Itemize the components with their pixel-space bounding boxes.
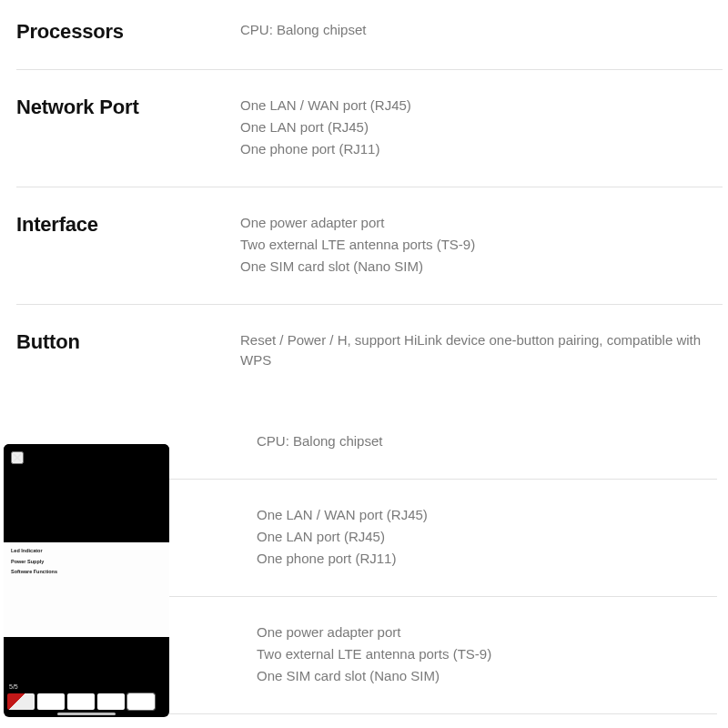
spec-label: Network Port bbox=[16, 96, 240, 161]
gallery-lower-image[interactable] bbox=[4, 637, 169, 693]
spec-value: One LAN / WAN port (RJ45) One LAN port (… bbox=[240, 96, 723, 161]
spec-row-interface: Interface One power adapter port Two ext… bbox=[16, 187, 723, 305]
spec-row-network-port: Network Port One LAN / WAN port (RJ45) O… bbox=[16, 70, 723, 187]
spec-value: One LAN / WAN port (RJ45) One LAN port (… bbox=[257, 505, 717, 571]
spec-value: Reset / Power / H, support HiLink device… bbox=[240, 330, 723, 372]
image-gallery-overlay: Led Indicator Power Supply Software Func… bbox=[4, 444, 169, 717]
gallery-thumb-4[interactable] bbox=[97, 693, 125, 710]
close-icon bbox=[13, 451, 22, 465]
spec-value: One power adapter port Two external LTE … bbox=[240, 213, 723, 278]
gallery-thumb-1[interactable] bbox=[7, 693, 35, 710]
spec-row-button: Button Reset / Power / H, support HiLink… bbox=[16, 305, 723, 398]
spec-value: CPU: Balong chipset bbox=[240, 20, 723, 44]
spec-label: Processors bbox=[16, 20, 240, 44]
gallery-counter: 5/5 bbox=[9, 683, 18, 690]
spec-label: Button bbox=[16, 330, 240, 372]
gallery-thumb-5[interactable] bbox=[127, 693, 155, 710]
home-indicator bbox=[57, 713, 116, 715]
close-button[interactable] bbox=[11, 451, 24, 464]
spec-row-processors: Processors CPU: Balong chipset bbox=[16, 16, 723, 70]
gallery-thumb-3[interactable] bbox=[67, 693, 95, 710]
gallery-main-image[interactable] bbox=[4, 444, 169, 542]
gallery-thumbnails bbox=[7, 693, 166, 710]
spec-value: CPU: Balong chipset bbox=[257, 431, 717, 453]
gallery-thumb-2[interactable] bbox=[37, 693, 65, 710]
spec-value: One power adapter port Two external LTE … bbox=[257, 622, 717, 688]
spec-label: Interface bbox=[16, 213, 240, 278]
